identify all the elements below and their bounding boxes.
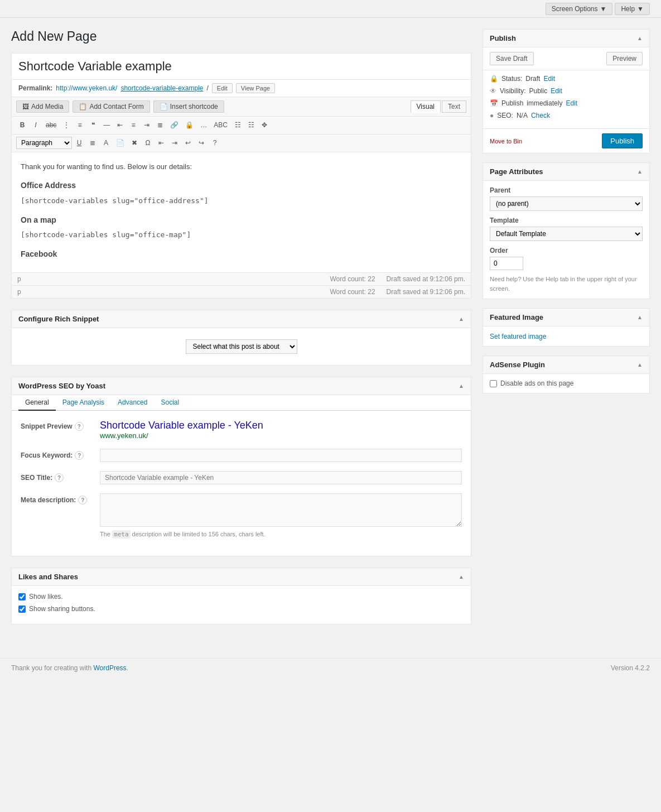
status-label: Status: xyxy=(501,75,522,83)
show-sharing-label: Show sharing buttons. xyxy=(29,605,95,613)
blockquote-button[interactable]: ❝ xyxy=(87,119,99,132)
add-contact-form-button[interactable]: 📋 Add Contact Form xyxy=(73,100,149,113)
ordered-list-button[interactable]: ≡ xyxy=(74,119,86,132)
link-button[interactable]: 🔗 xyxy=(167,119,181,132)
help-format-button[interactable]: ? xyxy=(209,137,221,150)
insert-shortcode-label: Insert shortcode xyxy=(170,103,218,110)
meta-desc-textarea[interactable] xyxy=(100,493,462,527)
page-attributes-header[interactable]: Page Attributes ▲ xyxy=(483,163,649,181)
snippet-preview: Shortcode Variable example - YeKen www.y… xyxy=(100,420,462,440)
disable-ads-checkbox[interactable] xyxy=(490,380,497,387)
page-attributes-box: Page Attributes ▲ Parent (no parent) Tem… xyxy=(483,162,650,299)
publish-date-edit-link[interactable]: Edit xyxy=(566,99,577,107)
table2-button[interactable]: ☷ xyxy=(245,119,257,132)
rich-snippet-header[interactable]: Configure Rich Snippet ▲ xyxy=(12,310,471,328)
align-center-button[interactable]: ≡ xyxy=(127,119,139,132)
visual-tab[interactable]: Visual xyxy=(411,100,441,113)
footer-version: Version 4.2.2 xyxy=(611,664,650,672)
add-media-button[interactable]: 🖼 Add Media xyxy=(16,100,69,113)
text-tab[interactable]: Text xyxy=(442,100,466,113)
permalink-edit-button[interactable]: Edit xyxy=(212,83,233,93)
indent-button[interactable]: ⇥ xyxy=(168,137,181,150)
redo-button[interactable]: ↪ xyxy=(195,137,208,150)
likes-shares-chevron: ▲ xyxy=(459,574,464,580)
publish-box-header[interactable]: Publish ▲ xyxy=(483,30,649,47)
editor-footer-2: p Word count: 22 Draft saved at 9:12:06 … xyxy=(12,285,471,298)
hr-button[interactable]: — xyxy=(100,119,113,132)
toolbar-right: Visual Text xyxy=(411,100,466,113)
yoast-tabs: General Page Analysis Advanced Social xyxy=(12,395,471,411)
align-left-button[interactable]: ⇤ xyxy=(114,119,126,132)
fullscreen-button[interactable]: ✥ xyxy=(258,119,271,132)
permalink-slug[interactable]: shortcode-variable-example xyxy=(120,84,203,92)
disable-ads-label: Disable ads on this page xyxy=(500,379,573,387)
yoast-header[interactable]: WordPress SEO by Yoast ▲ xyxy=(12,377,471,395)
adsense-chevron: ▲ xyxy=(637,362,643,368)
permalink-suffix: / xyxy=(207,84,209,92)
permalink-base[interactable]: http://www.yeken.uk/ xyxy=(56,84,117,92)
template-label: Template xyxy=(490,217,643,224)
paragraph-select[interactable]: Paragraph Heading 1 Heading 2 Heading 3 … xyxy=(16,137,72,149)
visibility-edit-link[interactable]: Edit xyxy=(551,87,562,95)
rich-snippet-select[interactable]: Select what this post is about Article B… xyxy=(186,339,297,354)
unlink-button[interactable]: 🔒 xyxy=(182,119,196,132)
featured-image-header[interactable]: Featured Image ▲ xyxy=(483,309,649,326)
spellcheck-button[interactable]: ABC xyxy=(211,119,230,132)
meta-desc-help-icon[interactable]: ? xyxy=(78,496,87,505)
align-justify-button[interactable]: ≣ xyxy=(154,119,166,132)
show-likes-checkbox[interactable] xyxy=(18,593,26,600)
set-featured-image-link[interactable]: Set featured image xyxy=(490,333,546,340)
snippet-url: www.yeken.uk/ xyxy=(100,431,462,440)
view-page-button[interactable]: View Page xyxy=(236,83,275,93)
order-input[interactable] xyxy=(490,257,523,270)
chevron-down-icon: ▼ xyxy=(600,5,607,13)
align-right-button[interactable]: ⇥ xyxy=(141,119,153,132)
likes-shares-header[interactable]: Likes and Shares ▲ xyxy=(12,568,471,586)
adsense-header[interactable]: AdSense Plugin ▲ xyxy=(483,356,649,374)
preview-button[interactable]: Preview xyxy=(606,52,643,65)
text-color-button[interactable]: A xyxy=(100,137,112,150)
disable-ads-row: Disable ads on this page xyxy=(490,379,643,387)
help-button[interactable]: Help ▼ xyxy=(615,3,650,15)
top-bar: Screen Options ▼ Help ▼ xyxy=(0,0,661,18)
chevron-down-icon: ▼ xyxy=(637,5,644,13)
justify-button[interactable]: ≣ xyxy=(86,137,99,150)
tab-general[interactable]: General xyxy=(18,395,56,411)
seo-title-input[interactable] xyxy=(100,471,462,484)
insert-more-button[interactable]: … xyxy=(197,119,210,132)
move-to-bin-link[interactable]: Move to Bin xyxy=(490,138,522,145)
special-char-button[interactable]: Ω xyxy=(142,137,154,150)
focus-keyword-help-icon[interactable]: ? xyxy=(75,451,84,460)
italic-button[interactable]: I xyxy=(30,119,42,132)
unordered-list-button[interactable]: ⋮ xyxy=(60,119,73,132)
tab-page-analysis[interactable]: Page Analysis xyxy=(56,395,111,411)
parent-select[interactable]: (no parent) xyxy=(490,196,643,211)
paste-plain-button[interactable]: 📄 xyxy=(113,137,127,150)
strikethrough-button[interactable]: abc xyxy=(43,119,59,132)
wordpress-link[interactable]: WordPress xyxy=(93,664,126,672)
bold-button[interactable]: B xyxy=(16,119,28,132)
underline-button[interactable]: U xyxy=(73,137,85,150)
template-select[interactable]: Default Template xyxy=(490,227,643,241)
seo-title-help-icon[interactable]: ? xyxy=(55,473,64,482)
insert-shortcode-button[interactable]: 📄 Insert shortcode xyxy=(153,100,224,113)
save-draft-button[interactable]: Save Draft xyxy=(490,52,534,65)
outdent-button[interactable]: ⇤ xyxy=(155,137,167,150)
clear-formatting-button[interactable]: ✖ xyxy=(128,137,141,150)
tab-advanced[interactable]: Advanced xyxy=(111,395,154,411)
status-edit-link[interactable]: Edit xyxy=(543,75,555,83)
calendar-icon: 📅 xyxy=(490,99,498,107)
adsense-title: AdSense Plugin xyxy=(490,361,545,369)
seo-check-link[interactable]: Check xyxy=(531,112,550,119)
focus-keyword-input[interactable] xyxy=(100,449,462,462)
screen-options-button[interactable]: Screen Options ▼ xyxy=(546,3,613,15)
page-title-input[interactable] xyxy=(12,54,471,80)
tab-social[interactable]: Social xyxy=(154,395,186,411)
snippet-help-icon[interactable]: ? xyxy=(75,422,84,431)
table-button[interactable]: ☷ xyxy=(231,119,244,132)
publish-button[interactable]: Publish xyxy=(602,133,643,148)
likes-shares-metabox: Likes and Shares ▲ Show likes. Show shar… xyxy=(11,568,471,624)
undo-button[interactable]: ↩ xyxy=(182,137,194,150)
editor-content[interactable]: Thank you for wanting to find us. Below … xyxy=(12,152,471,273)
show-sharing-checkbox[interactable] xyxy=(18,606,26,613)
